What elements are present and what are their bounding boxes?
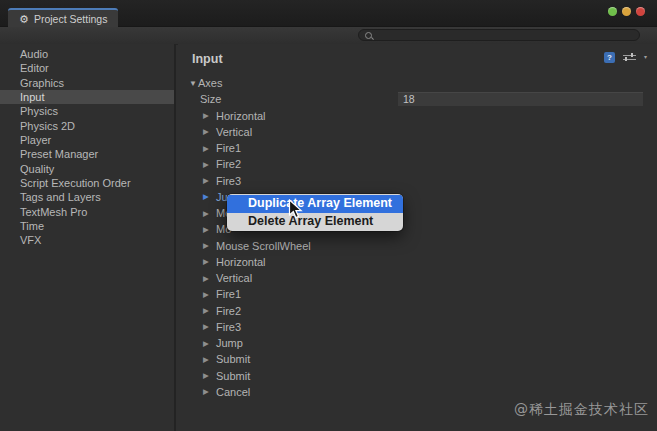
search-icon — [365, 32, 372, 39]
axis-row[interactable]: ▶ Submit — [178, 351, 657, 367]
sidebar-item-textmesh-pro[interactable]: TextMesh Pro — [0, 205, 174, 219]
axis-row-label: Horizontal — [216, 256, 266, 268]
axis-row[interactable]: ▶ Fire2 — [178, 156, 657, 172]
axis-row[interactable]: ▶ Horizontal — [178, 254, 657, 270]
project-settings-window: ⚙ Project Settings Audio Editor Graphics… — [0, 0, 657, 431]
chevron-right-icon[interactable]: ▶ — [203, 160, 212, 169]
sidebar-item-label: Audio — [20, 48, 48, 60]
axis-row-label: Mouse ScrollWheel — [216, 240, 311, 252]
axis-row[interactable]: ▶ Fire3 — [178, 319, 657, 335]
chevron-right-icon[interactable]: ▶ — [203, 111, 212, 120]
sidebar-item-player[interactable]: Player — [0, 133, 174, 147]
chevron-right-icon[interactable]: ▶ — [203, 355, 212, 364]
context-menu: Duplicate Array ElementDelete Array Elem… — [227, 194, 403, 231]
size-row: Size 18 — [178, 91, 657, 107]
chevron-right-icon[interactable]: ▶ — [203, 192, 212, 201]
axis-row[interactable]: ▶ Vertical — [178, 270, 657, 286]
size-value-field[interactable]: 18 — [398, 92, 643, 106]
chevron-right-icon[interactable]: ▶ — [203, 339, 212, 348]
axis-row[interactable]: ▶ Horizontal — [178, 108, 657, 124]
window-minimize-button[interactable] — [622, 7, 631, 16]
axis-row-label: Fire3 — [216, 321, 241, 333]
axis-row[interactable]: ▶ Fire3 — [178, 173, 657, 189]
chevron-right-icon[interactable]: ▶ — [203, 387, 212, 396]
axis-row-label: Fire1 — [216, 288, 241, 300]
chevron-right-icon[interactable]: ▶ — [203, 290, 212, 299]
tab-project-settings[interactable]: ⚙ Project Settings — [8, 8, 118, 28]
sidebar-item-script-execution-order[interactable]: Script Execution Order — [0, 176, 174, 190]
context-menu-item-delete-array-element[interactable]: Delete Array Element — [227, 213, 403, 231]
axis-rows: ▶ Horizontal ▶ Vertical ▶ Fire1 ▶ Fire2 … — [178, 108, 657, 401]
toolbar — [0, 27, 657, 45]
sidebar-item-label: VFX — [20, 234, 41, 246]
chevron-right-icon[interactable]: ▶ — [203, 176, 212, 185]
sidebar-item-label: Player — [20, 134, 51, 146]
sidebar-item-input[interactable]: Input — [0, 90, 174, 104]
axes-foldout-label: Axes — [198, 77, 222, 89]
axis-row[interactable]: ▶ Submit — [178, 368, 657, 384]
search-input[interactable] — [358, 29, 640, 41]
axes-foldout[interactable]: ▼ Axes — [178, 75, 657, 91]
size-label: Size — [200, 93, 221, 105]
axis-row-label: Fire3 — [216, 175, 241, 187]
chevron-right-icon[interactable]: ▶ — [203, 241, 212, 250]
watermark: @稀土掘金技术社区 — [514, 401, 649, 419]
axis-row[interactable]: ▶ Jump — [178, 335, 657, 351]
sidebar-item-label: Physics — [20, 105, 58, 117]
axis-row[interactable]: ▶ Fire1 — [178, 286, 657, 302]
window-controls — [608, 7, 645, 16]
sidebar-item-editor[interactable]: Editor — [0, 61, 174, 75]
axis-row-label: Submit — [216, 370, 250, 382]
axis-row-label: Fire2 — [216, 158, 241, 170]
sidebar-item-quality[interactable]: Quality — [0, 162, 174, 176]
chevron-right-icon[interactable]: ▶ — [203, 257, 212, 266]
sidebar-item-time[interactable]: Time — [0, 219, 174, 233]
page-title: Input — [192, 52, 223, 66]
window-zoom-button[interactable] — [608, 7, 617, 16]
axis-row[interactable]: ▶ Mouse ScrollWheel — [178, 238, 657, 254]
sidebar: Audio Editor Graphics Input Physics Phys… — [0, 44, 176, 431]
sidebar-item-physics-2d[interactable]: Physics 2D — [0, 119, 174, 133]
chevron-right-icon[interactable]: ▶ — [203, 322, 212, 331]
axis-row-label: Fire2 — [216, 305, 241, 317]
sidebar-item-label: Script Execution Order — [20, 177, 131, 189]
settings-gear-icon: ⚙ — [19, 14, 29, 25]
sidebar-item-label: Quality — [20, 163, 54, 175]
sidebar-item-label: Preset Manager — [20, 148, 98, 160]
axis-row[interactable]: ▶ Fire1 — [178, 140, 657, 156]
axis-row[interactable]: ▶ Cancel — [178, 384, 657, 400]
chevron-right-icon[interactable]: ▶ — [203, 209, 212, 218]
tab-title: Project Settings — [34, 13, 108, 25]
sidebar-item-preset-manager[interactable]: Preset Manager — [0, 147, 174, 161]
chevron-right-icon[interactable]: ▶ — [203, 127, 212, 136]
chevron-right-icon[interactable]: ▶ — [203, 225, 212, 234]
input-settings-panel: Input ? ▼ Axes Size 18 ▶ Horizontal ▶ Ve… — [178, 44, 657, 431]
axis-row-label: Jump — [216, 337, 243, 349]
axis-row[interactable]: ▶ Fire2 — [178, 303, 657, 319]
sidebar-item-vfx[interactable]: VFX — [0, 233, 174, 247]
titlebar: ⚙ Project Settings — [0, 0, 657, 27]
axis-row-label: Horizontal — [216, 110, 266, 122]
sidebar-item-label: Time — [20, 220, 44, 232]
sidebar-item-label: Input — [20, 91, 44, 103]
context-menu-item-duplicate-array-element[interactable]: Duplicate Array Element — [227, 195, 403, 213]
chevron-right-icon[interactable]: ▶ — [203, 371, 212, 380]
axis-row[interactable]: ▶ Vertical — [178, 124, 657, 140]
sidebar-item-label: Editor — [20, 62, 49, 74]
chevron-right-icon[interactable]: ▶ — [203, 306, 212, 315]
window-close-button[interactable] — [636, 7, 645, 16]
axis-row-label: Vertical — [216, 126, 252, 138]
sidebar-item-audio[interactable]: Audio — [0, 47, 174, 61]
chevron-down-icon[interactable]: ▼ — [189, 79, 198, 88]
gear-menu-icon[interactable] — [644, 52, 647, 63]
sidebar-item-graphics[interactable]: Graphics — [0, 76, 174, 90]
sidebar-item-physics[interactable]: Physics — [0, 104, 174, 118]
chevron-right-icon[interactable]: ▶ — [203, 274, 212, 283]
sidebar-item-label: Tags and Layers — [20, 191, 101, 203]
chevron-right-icon[interactable]: ▶ — [203, 144, 212, 153]
sidebar-item-tags-and-layers[interactable]: Tags and Layers — [0, 190, 174, 204]
sidebar-item-label: Graphics — [20, 77, 64, 89]
axis-row-label: Submit — [216, 353, 250, 365]
presets-icon[interactable] — [623, 52, 636, 63]
help-icon[interactable]: ? — [604, 52, 615, 63]
